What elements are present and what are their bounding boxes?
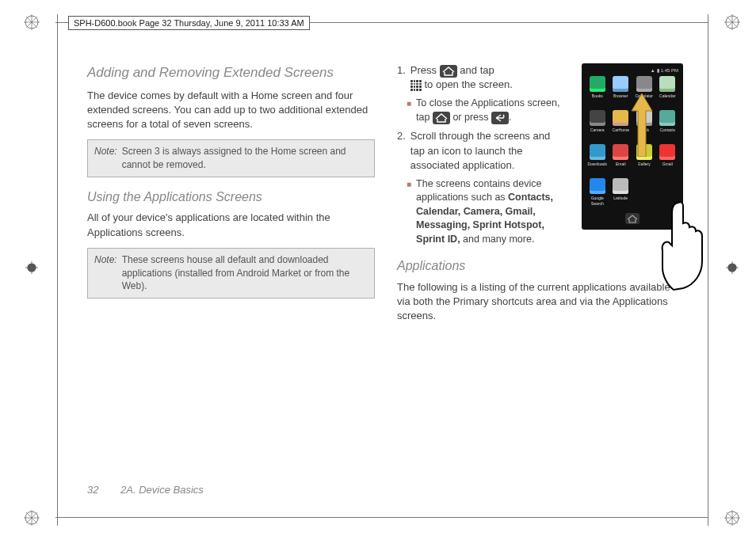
app-icon (590, 110, 605, 126)
registration-mark-icon (24, 510, 40, 526)
app-cell: Email (610, 144, 632, 175)
substep: ■ To close the Applications screen, tap … (407, 97, 563, 124)
left-column: Adding and Removing Extended Screens The… (87, 63, 375, 469)
app-label: Latitude (613, 196, 628, 201)
body-text: The device comes by default with a Home … (87, 89, 375, 132)
app-label: Downloads (587, 162, 607, 167)
app-cell: CarHome (610, 110, 632, 141)
app-icon (590, 144, 605, 160)
home-dock-icon (625, 213, 640, 224)
crop-circle-icon (25, 261, 38, 274)
app-label: Calendar (659, 93, 675, 99)
note-box: Note: Screen 3 is always assigned to the… (87, 139, 375, 177)
app-cell: Google Search (586, 178, 609, 209)
app-cell: Calendar (657, 76, 679, 107)
app-cell: Downloads (586, 144, 609, 175)
app-cell: Contacts (657, 110, 679, 141)
app-icon (659, 178, 675, 194)
signal-icon: ▲ (651, 67, 655, 74)
app-cell: Gmail (657, 144, 679, 175)
app-label: Gallery (638, 162, 651, 167)
bullet-icon: ■ (407, 177, 411, 247)
substep-text: or press (452, 112, 488, 123)
battery-icon: ▮ (657, 67, 659, 74)
app-icon (590, 76, 605, 92)
body-text: The following is a listing of the curren… (397, 280, 685, 324)
app-label: Google Search (586, 196, 609, 207)
step-text: and tap (460, 64, 494, 76)
app-label: Contacts (659, 127, 675, 133)
app-icon (613, 110, 628, 126)
app-icon (613, 144, 628, 160)
app-cell: Browser (610, 76, 632, 107)
registration-mark-icon (724, 510, 740, 526)
app-cell (633, 178, 655, 209)
app-icon (659, 110, 675, 126)
note-box: Note: These screens house all default an… (87, 248, 375, 299)
registration-mark-icon (724, 14, 740, 30)
page-content: Adding and Removing Extended Screens The… (87, 63, 685, 469)
page-number: 32 (87, 484, 98, 496)
note-text: These screens house all default and down… (122, 253, 368, 293)
app-cell: Camera (586, 110, 609, 141)
registration-mark-icon (24, 14, 40, 30)
right-column: 1. Press and tap to open the screen. ■ T… (397, 63, 685, 469)
app-label: Books (592, 93, 603, 99)
status-bar: ▲ ▮ 1:45 PM (585, 67, 680, 74)
home-key-icon (433, 112, 450, 124)
heading-adding-removing: Adding and Removing Extended Screens (87, 63, 375, 82)
crop-line (55, 517, 708, 518)
heading-apps-screens: Using the Applications Screens (87, 188, 375, 206)
step-number: 2. (397, 129, 406, 173)
app-grid: BooksBrowserCalculatorCalendarCameraCarH… (585, 74, 680, 211)
substep-text: and many more. (460, 234, 535, 245)
app-label: CarHome (613, 127, 629, 133)
app-icon (659, 144, 675, 160)
step-text: to open the screen. (424, 78, 512, 90)
app-icon (590, 178, 605, 194)
substep: ■ The screens contains device applicatio… (407, 177, 563, 247)
note-text: Screen 3 is always assigned to the Home … (122, 145, 368, 172)
home-key-icon (440, 65, 457, 78)
crop-circle-icon (726, 261, 739, 274)
app-icon (659, 76, 675, 92)
crop-line (57, 14, 58, 526)
body-text: All of your device's applications are lo… (87, 211, 375, 239)
apps-grid-icon (410, 80, 422, 91)
note-label: Note: (94, 253, 117, 293)
app-icon (636, 178, 652, 194)
app-cell: Books (586, 76, 609, 107)
svg-marker-26 (632, 93, 652, 157)
section-title: 2A. Device Basics (120, 484, 204, 496)
step-number: 1. (397, 63, 406, 92)
back-key-icon (491, 112, 509, 124)
app-cell: Latitude (610, 178, 632, 209)
pointer-hand-icon (655, 196, 710, 291)
phone-illustration: ▲ ▮ 1:45 PM BooksBrowserCalculatorCalend… (582, 63, 693, 230)
app-label: Email (616, 162, 626, 167)
steps-list: 1. Press and tap to open the screen. ■ T… (397, 63, 563, 246)
page-footer: 32 2A. Device Basics (87, 484, 204, 496)
app-label: Camera (590, 127, 605, 133)
app-icon (613, 76, 628, 92)
app-icon (613, 178, 628, 194)
step-2: 2. Scroll through the screens and tap an… (397, 129, 563, 173)
note-label: Note: (94, 145, 117, 172)
step-1: 1. Press and tap to open the screen. (397, 63, 563, 92)
clock-time: 1:45 PM (661, 67, 678, 74)
app-label: Browser (613, 93, 628, 99)
heading-applications: Applications (397, 257, 685, 275)
step-text: Press (410, 64, 437, 76)
header-meta: SPH-D600.book Page 32 Thursday, June 9, … (68, 16, 310, 30)
app-label: Gmail (662, 162, 673, 167)
app-icon (636, 76, 652, 92)
step-text: Scroll through the screens and tap an ic… (410, 129, 563, 173)
bullet-icon: ■ (407, 97, 411, 124)
